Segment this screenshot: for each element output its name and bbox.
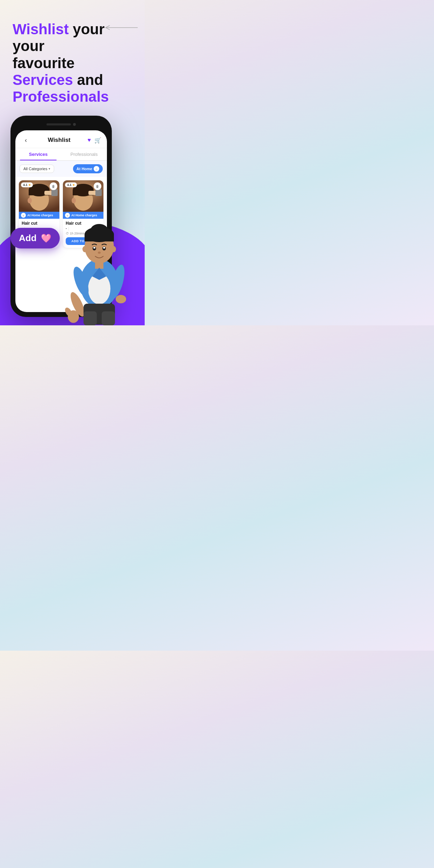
app-header: ‹ Wishlist ♥ 🛒 bbox=[15, 130, 107, 148]
tab-professionals[interactable]: Professionals bbox=[61, 148, 107, 160]
svg-rect-36 bbox=[84, 311, 97, 325]
card-image-1: 4.1 ★ 🗑 bbox=[19, 180, 59, 212]
tab-services[interactable]: Services bbox=[15, 148, 61, 160]
phone-camera bbox=[73, 123, 76, 126]
svg-rect-6 bbox=[51, 189, 58, 196]
category-filter[interactable]: All Categories ▾ bbox=[20, 165, 54, 173]
star-icon-1: ★ bbox=[28, 183, 31, 187]
rating-badge-1: 4.1 ★ bbox=[21, 182, 33, 187]
phone-notch bbox=[42, 121, 80, 128]
character-3d bbox=[61, 186, 138, 325]
hero-title: Wishlist your yourfavourite Services and… bbox=[13, 21, 132, 105]
phone-character-section: ‹ Wishlist ♥ 🛒 Services bbox=[0, 116, 145, 325]
arrow-decoration bbox=[99, 24, 134, 31]
app-tabs: Services Professionals bbox=[15, 148, 107, 161]
category-filter-label: All Categories bbox=[23, 167, 47, 171]
svg-point-24 bbox=[103, 247, 105, 249]
add-button-label: Add bbox=[19, 233, 37, 244]
rating-value-1: 4.1 bbox=[23, 183, 28, 187]
back-button[interactable]: ‹ bbox=[21, 135, 31, 145]
svg-point-34 bbox=[116, 295, 126, 303]
at-home-charges-1: At Home charges bbox=[27, 214, 53, 217]
wishlist-heart-icon[interactable]: ♥ bbox=[88, 137, 91, 143]
page-wrapper: Wishlist your yourfavourite Services and… bbox=[0, 0, 145, 325]
back-icon: ‹ bbox=[25, 137, 27, 144]
chevron-down-icon: ▾ bbox=[49, 167, 50, 171]
tab-professionals-label: Professionals bbox=[70, 152, 97, 157]
hero-your-text: yourfavourite bbox=[13, 38, 74, 71]
hero-wishlist: Wishlist bbox=[13, 21, 69, 37]
add-floating-button[interactable]: Add 🩷 bbox=[10, 228, 60, 248]
notch-bar bbox=[46, 123, 71, 125]
app-title: Wishlist bbox=[48, 137, 71, 144]
add-button-heart-icon: 🩷 bbox=[41, 233, 51, 243]
svg-point-20 bbox=[91, 224, 108, 237]
svg-rect-28 bbox=[95, 261, 103, 269]
header-icons: ♥ 🛒 bbox=[88, 137, 102, 144]
hero-services: Services bbox=[13, 72, 73, 88]
at-home-banner-icon-1: ⌂ bbox=[21, 213, 26, 218]
at-home-toggle[interactable]: At Home ⌂ bbox=[73, 164, 103, 173]
service-name-1: Hair cut bbox=[22, 221, 57, 226]
hero-professionals: Professionals bbox=[13, 88, 109, 105]
svg-point-7 bbox=[28, 198, 32, 203]
at-home-banner-1: ⌂ At Home charges bbox=[19, 212, 59, 219]
svg-point-27 bbox=[111, 246, 116, 252]
svg-point-25 bbox=[98, 252, 101, 254]
svg-point-23 bbox=[93, 247, 95, 249]
hero-section: Wishlist your yourfavourite Services and… bbox=[0, 0, 145, 112]
at-home-icon: ⌂ bbox=[94, 166, 99, 172]
svg-point-26 bbox=[82, 246, 87, 252]
character-svg bbox=[64, 193, 134, 325]
at-home-label: At Home bbox=[77, 167, 92, 171]
tab-services-label: Services bbox=[29, 152, 48, 157]
hero-and: and bbox=[77, 72, 103, 88]
cart-icon[interactable]: 🛒 bbox=[94, 137, 101, 144]
svg-rect-37 bbox=[102, 311, 115, 325]
filter-row: All Categories ▾ At Home ⌂ bbox=[15, 161, 107, 177]
